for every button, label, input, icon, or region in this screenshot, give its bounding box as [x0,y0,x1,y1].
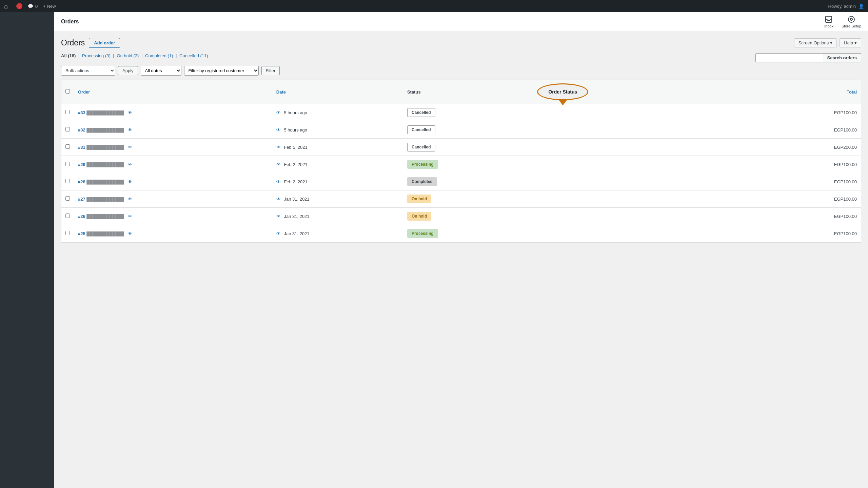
order-status-extra-cell [526,121,763,139]
row-checkbox[interactable] [65,110,70,114]
row-checkbox-cell [61,225,74,242]
total-cell: EGP100.00 [763,208,861,225]
new-item[interactable]: + New [43,4,56,9]
screen-options-button[interactable]: Screen Options ▾ [794,38,837,47]
order-link[interactable]: #29 [78,162,85,167]
eye-icon[interactable]: 👁 [128,145,132,150]
order-link[interactable]: #27 [78,197,85,202]
tab-processing[interactable]: Processing (3) [82,53,111,58]
table-row: #31 █████████████ 👁 👁 Feb 5, 2021 Cancel… [61,139,861,156]
admin-sidebar [0,12,54,249]
date-cell: 👁 Jan 31, 2021 [272,190,403,208]
callout-arrow [559,100,567,105]
row-checkbox[interactable] [65,144,70,149]
status-badge: On hold [407,212,431,221]
search-input[interactable] [755,53,823,62]
row-checkbox[interactable] [65,231,70,235]
clock-icon: 👁 [276,110,281,115]
order-status-extra-cell [526,173,763,190]
help-button[interactable]: Help ▾ [840,38,861,47]
date-filter-select[interactable]: All dates [141,66,181,76]
comment-count[interactable]: 💬 0 [28,4,38,9]
status-cell: Cancelled [403,104,527,121]
chevron-down-icon: ▾ [830,40,832,45]
store-setup-button[interactable]: Store Setup [842,15,861,28]
order-cell: #33 █████████████ 👁 [74,104,272,121]
order-link[interactable]: #28 [78,179,85,184]
inbox-icon [825,15,833,23]
total-cell: EGP200.00 [763,139,861,156]
greeting: Howdy, admin [828,4,856,9]
order-customer-name: █████████████ [86,162,124,167]
order-link[interactable]: #26 [78,214,85,219]
row-checkbox[interactable] [65,179,70,183]
total-cell: EGP100.00 [763,156,861,173]
eye-icon[interactable]: 👁 [128,179,132,184]
order-link[interactable]: #33 [78,110,85,115]
tab-all[interactable]: All (18) [61,53,76,58]
eye-icon[interactable]: 👁 [128,214,132,219]
row-checkbox[interactable] [65,214,70,218]
select-all-checkbox[interactable] [65,89,70,94]
row-checkbox-cell [61,173,74,190]
date-cell: 👁 Jan 31, 2021 [272,208,403,225]
order-link[interactable]: #25 [78,231,85,236]
subheader-title: Orders [61,19,79,25]
update-count[interactable]: 5 [16,3,22,9]
order-status-extra-cell [526,225,763,242]
filter-button[interactable]: Filter [261,66,280,75]
tab-cancelled[interactable]: Cancelled (11) [179,53,208,58]
customer-filter-select[interactable]: Filter by registered customer [184,66,259,76]
eye-icon[interactable]: 👁 [128,162,132,167]
table-row: #28 █████████████ 👁 👁 Feb 2, 2021 Comple… [61,173,861,190]
apply-button[interactable]: Apply [118,66,138,75]
order-date: Jan 31, 2021 [284,197,309,202]
order-customer-name: █████████████ [86,110,124,115]
tab-on-hold[interactable]: On hold (3) [117,53,139,58]
total-cell: EGP100.00 [763,104,861,121]
filter-tabs: All (18) | Processing (3) | On hold (3) … [61,53,208,58]
status-cell: Processing [403,225,527,242]
order-status-extra-cell [526,190,763,208]
eye-icon[interactable]: 👁 [128,110,132,115]
order-customer-name: █████████████ [86,231,124,236]
status-badge: Completed [407,177,437,186]
order-col-header[interactable]: Order [74,80,272,104]
status-badge: Cancelled [407,108,435,117]
search-orders-button[interactable]: Search orders [823,53,861,62]
status-badge: Processing [407,160,438,169]
status-cell: On hold [403,208,527,225]
chevron-down-icon: ▾ [854,40,857,45]
page-title: Orders [61,38,85,47]
order-customer-name: █████████████ [86,214,124,219]
eye-icon[interactable]: 👁 [128,197,132,202]
table-row: #25 █████████████ 👁 👁 Jan 31, 2021 Proce… [61,225,861,242]
order-cell: #27 █████████████ 👁 [74,190,272,208]
status-cell: On hold [403,190,527,208]
row-checkbox-cell [61,104,74,121]
status-badge: Cancelled [407,125,435,134]
order-link[interactable]: #32 [78,127,85,133]
date-cell: 👁 Feb 5, 2021 [272,139,403,156]
order-link[interactable]: #31 [78,145,85,150]
total-col-header[interactable]: Total [763,80,861,104]
bulk-actions-select[interactable]: Bulk actions [61,66,115,76]
wp-logo-icon: ⌂ [4,2,8,10]
table-row: #26 █████████████ 👁 👁 Jan 31, 2021 On ho… [61,208,861,225]
eye-icon[interactable]: 👁 [128,231,132,236]
order-cell: #32 █████████████ 👁 [74,121,272,139]
inbox-button[interactable]: Inbox [824,15,833,28]
eye-icon[interactable]: 👁 [128,127,132,133]
action-bar: Bulk actions Apply All dates Filter by r… [61,66,861,76]
order-cell: #28 █████████████ 👁 [74,173,272,190]
row-checkbox[interactable] [65,162,70,166]
add-order-button[interactable]: Add order [89,38,120,48]
total-cell: EGP100.00 [763,121,861,139]
row-checkbox[interactable] [65,127,70,131]
row-checkbox[interactable] [65,196,70,201]
date-cell: 👁 Jan 31, 2021 [272,225,403,242]
tab-completed[interactable]: Completed (1) [145,53,173,58]
status-badge: On hold [407,195,431,203]
date-col-header[interactable]: Date [272,80,403,104]
order-status-extra-cell [526,139,763,156]
